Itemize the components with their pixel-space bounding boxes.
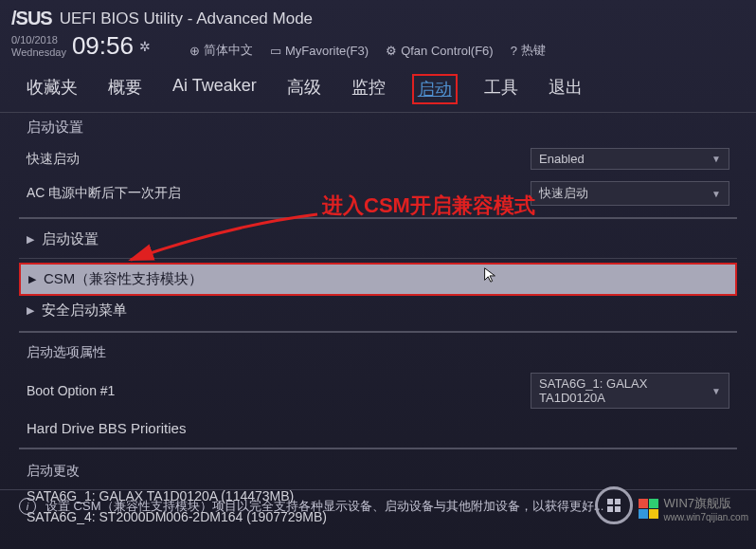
favorite-label: MyFavorite(F3) [285,44,369,58]
page-subtitle: 启动设置 [0,113,756,142]
secure-boot-label: 安全启动菜单 [42,302,127,320]
tab-main[interactable]: 概要 [104,74,146,104]
keyboard-icon: ? [511,44,517,58]
section-boot-settings[interactable]: ▶ 启动设置 [19,225,737,254]
hdd-priorities[interactable]: Hard Drive BBS Priorities [19,414,737,442]
tab-tool[interactable]: 工具 [480,74,522,104]
acpower-value: 快速启动 [539,185,588,202]
section-secure-boot[interactable]: ▶ 安全启动菜单 [19,296,737,325]
top-toolbar: ⊕ 简体中文 ▭ MyFavorite(F3) ⚙ Qfan Control(F… [189,42,546,59]
fastboot-row: 快速启动 Enabled ▼ [19,142,737,175]
language-selector[interactable]: ⊕ 简体中文 [189,42,253,59]
tab-advanced[interactable]: 高级 [283,74,325,104]
hdd-priorities-label: Hard Drive BBS Priorities [27,420,186,436]
info-icon: i [19,498,36,515]
fastboot-dropdown[interactable]: Enabled ▼ [531,148,729,170]
divider [19,448,737,449]
clock-time: 09:56 [72,31,134,61]
qfan-button[interactable]: ⚙ Qfan Control(F6) [386,42,494,59]
globe-icon: ⊕ [189,44,200,58]
mouse-cursor-icon [481,266,498,284]
fan-icon: ⚙ [386,44,397,58]
tab-exit[interactable]: 退出 [545,74,586,104]
help-text: 设置 CSM（兼容性支持模块）项目以完全支持各种显示设备、启动设备与其他附加设备… [45,498,603,515]
acpower-label: AC 电源中断后下一次开启 [27,185,181,202]
boot-option-dropdown[interactable]: SATA6G_1: GALAX TA1D0120A ▼ [531,373,729,409]
boot-option-value: SATA6G_1: GALAX TA1D0120A [539,376,711,405]
boot-changes-header: 启动更改 [27,457,729,485]
hotkey-button[interactable]: ? 热键 [511,42,546,59]
boot-option-label: Boot Option #1 [27,383,115,398]
bios-title: UEFI BIOS Utility - Advanced Mode [60,9,313,28]
hotkey-label: 热键 [521,42,546,59]
date-text: 0/10/2018 [11,34,66,46]
content-area: 快速启动 Enabled ▼ AC 电源中断后下一次开启 快速启动 ▼ ▶ 启动… [0,142,756,529]
watermark-url: www.win7qijian.com [664,512,748,522]
csm-label: CSM（兼容性支持模块） [44,270,203,288]
watermark: WIN7旗舰版 www.win7qijian.com [639,495,748,522]
boot-option-row: Boot Option #1 SATA6G_1: GALAX TA1D0120A… [19,367,737,414]
weekday-text: Wednesday [11,46,66,58]
chevron-down-icon: ▼ [711,154,721,164]
folder-icon: ▭ [270,44,281,58]
fastboot-label: 快速启动 [27,151,80,168]
windows-flag-icon [639,499,658,519]
section-csm[interactable]: ▶ CSM（兼容性支持模块） [19,263,737,296]
watermark-text: WIN7旗舰版 [664,495,748,512]
ez-mode-button[interactable] [595,486,633,524]
divider [19,217,737,219]
grid-icon [607,499,621,512]
tab-aitweaker[interactable]: Ai Tweaker [169,74,261,104]
chevron-down-icon: ▼ [711,386,721,396]
language-label: 简体中文 [204,42,253,59]
divider [19,258,737,259]
boot-settings-label: 启动设置 [42,230,99,248]
myfavorite-button[interactable]: ▭ MyFavorite(F3) [270,42,369,59]
divider [19,331,737,333]
main-tabs: 收藏夹 概要 Ai Tweaker 高级 监控 启动 工具 退出 [0,64,756,113]
brand-logo: /SUS [11,8,52,29]
arrow-right-icon: ▶ [28,273,36,285]
fastboot-value: Enabled [539,152,585,166]
boot-props-header: 启动选项属性 [19,339,737,367]
chevron-down-icon: ▼ [711,189,721,199]
acpower-row: AC 电源中断后下一次开启 快速启动 ▼ [19,175,737,211]
tab-favorites[interactable]: 收藏夹 [23,74,81,104]
arrow-right-icon: ▶ [27,233,34,246]
tab-boot[interactable]: 启动 [412,74,458,104]
tab-monitor[interactable]: 监控 [348,74,389,104]
date-block: 0/10/2018 Wednesday [11,34,66,57]
gear-icon[interactable]: ✲ [139,39,151,54]
arrow-right-icon: ▶ [27,304,34,317]
qfan-label: Qfan Control(F6) [401,44,494,58]
acpower-dropdown[interactable]: 快速启动 ▼ [531,181,729,206]
